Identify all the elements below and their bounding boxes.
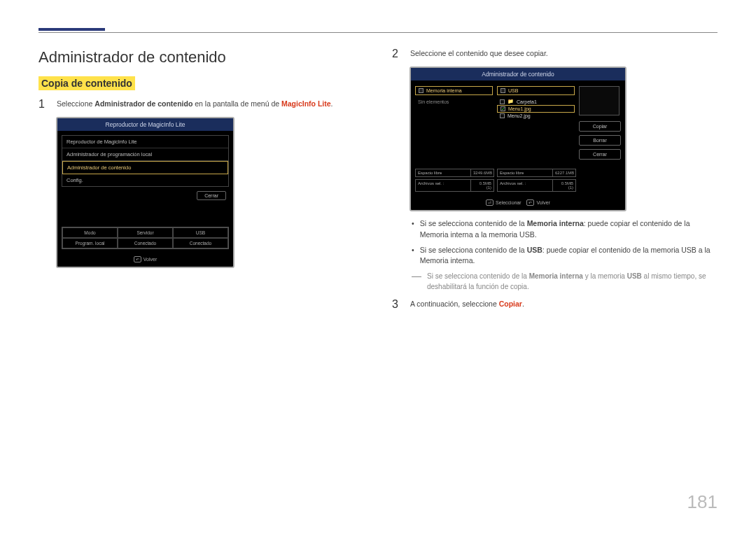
- note-pre: Si se selecciona contenido de la: [427, 272, 529, 280]
- fs-label: Espacio libre: [416, 169, 471, 176]
- step-3-number: 3: [392, 299, 400, 310]
- close-button[interactable]: Cerrar: [579, 149, 621, 160]
- note-mid1: y la memoria: [583, 272, 627, 280]
- step-3-text: A continuación, seleccione Copiar.: [410, 299, 524, 310]
- step-2-number: 2: [392, 48, 400, 59]
- dash-icon: ―: [412, 271, 421, 292]
- bullet-dot-icon: •: [412, 245, 414, 267]
- b2-pre: Si se selecciona contenido de la: [420, 246, 527, 254]
- step-1: 1 Seleccione Administrador de contenido …: [38, 99, 364, 110]
- ss2-left-empty: Sin elementos: [415, 98, 493, 106]
- ss2-right-panel-title[interactable]: USB: [497, 86, 575, 95]
- ss2-freespace-left: Espacio libre3249.6MB: [415, 169, 494, 177]
- ss2-selected-right: Archivos sel. :0.5MB (1): [497, 179, 576, 192]
- copy-button[interactable]: Copiar: [579, 121, 621, 132]
- ss2-selected-left: Archivos sel. :0.5MB (1): [415, 179, 494, 192]
- ss2-footer-return: Volver: [536, 200, 550, 205]
- b1-mid1: : puede copiar el contenido de la: [584, 219, 690, 227]
- fs-value: 3249.6MB: [471, 169, 493, 176]
- step-1-mid: en la pantalla de menú de: [192, 99, 281, 108]
- page-title: Administrador de contenido: [38, 48, 364, 66]
- ss1-status-value: Program. local: [62, 238, 118, 248]
- fs-label: Espacio libre: [498, 169, 553, 176]
- fs-value: 6227.1MB: [553, 169, 575, 176]
- ss1-footer: ↶Volver: [57, 253, 233, 267]
- b2-bold: USB: [527, 246, 542, 254]
- note-b2: USB: [627, 272, 642, 280]
- checkbox-checked-icon[interactable]: [500, 106, 505, 111]
- checkbox-icon[interactable]: [500, 113, 505, 118]
- delete-button[interactable]: Borrar: [579, 135, 621, 146]
- page-number: 181: [687, 491, 718, 513]
- ss2-file-name: Menu2.jpg: [507, 113, 531, 118]
- b1-mid2: a la memoria: [473, 230, 520, 239]
- step-2: 2 Seleccione el contenido que desee copi…: [392, 48, 718, 59]
- ss2-side-panel: Copiar Borrar Cerrar: [579, 86, 621, 163]
- ss2-file-row[interactable]: Menu2.jpg: [497, 113, 575, 119]
- folder-icon: 📁: [507, 99, 514, 104]
- fs-label: Archivos sel. :: [416, 180, 471, 191]
- ss1-menu-item[interactable]: Reproductor de MagicInfo Lite: [62, 136, 228, 148]
- step-3-end: .: [522, 300, 524, 308]
- note-disabled-copy: ― Si se selecciona contenido de la Memor…: [412, 271, 718, 292]
- ss1-close-button[interactable]: Cerrar: [197, 191, 226, 200]
- screenshot-content-manager: Administrador de contenido Memoria inter…: [410, 66, 626, 211]
- fs-label: Archivos sel. :: [498, 180, 553, 191]
- section-title: Copia de contenido: [38, 76, 135, 90]
- ss2-thumbnail: [579, 86, 620, 115]
- ss2-footer: ⏎Seleccionar ↶Volver: [411, 197, 625, 210]
- checkbox-icon[interactable]: [419, 88, 424, 93]
- ss1-menu-item-selected[interactable]: Administrador de contenido: [62, 161, 228, 174]
- b2-red1: USB: [681, 246, 696, 254]
- ss2-footer-select: Seleccionar: [496, 200, 522, 205]
- return-icon: ↶: [134, 256, 141, 262]
- b1-bold: Memoria interna: [527, 219, 584, 227]
- ss2-left-panel: Memoria interna Sin elementos: [415, 86, 493, 163]
- step-1-end: .: [331, 99, 333, 108]
- ss2-file-name: Menu1.jpg: [508, 106, 531, 111]
- ss2-file-row-selected[interactable]: Menu1.jpg: [497, 105, 575, 113]
- step-3: 3 A continuación, seleccione Copiar.: [392, 299, 718, 310]
- ss1-menu-item[interactable]: Administrador de programación local: [62, 148, 228, 161]
- fs-value: 0.5MB (1): [553, 180, 575, 191]
- note-b1: Memoria interna: [529, 272, 583, 280]
- ss2-freespace-right: Espacio libre6227.1MB: [497, 169, 576, 177]
- step-1-text: Seleccione Administrador de contenido en…: [57, 99, 333, 110]
- checkbox-icon[interactable]: [500, 88, 505, 93]
- ss1-status-header: USB: [173, 227, 228, 238]
- b1-red1: Memoria interna: [420, 230, 473, 239]
- screenshot-player-menu: Reproductor de MagicInfo Lite Reproducto…: [56, 117, 234, 268]
- header-accent-bar: [38, 28, 105, 31]
- b2-mid2: a la: [696, 246, 710, 254]
- ss1-menu-list: Reproductor de MagicInfo Lite Administra…: [62, 135, 229, 187]
- ss2-right-panel-label: USB: [508, 88, 518, 93]
- step-1-number: 1: [38, 99, 47, 110]
- return-icon: ↶: [526, 199, 534, 206]
- ss2-file-row[interactable]: 📁 Carpeta1: [497, 98, 575, 105]
- ss1-status-header: Servidor: [118, 227, 173, 238]
- ss2-left-panel-title[interactable]: Memoria interna: [415, 86, 493, 95]
- b1-end: .: [535, 230, 537, 239]
- bullet-dot-icon: •: [412, 218, 414, 241]
- ss2-titlebar: Administrador de contenido: [411, 68, 625, 80]
- ss1-status-header: Modo: [62, 227, 118, 238]
- bullet-1: • Si se selecciona contenido de la Memor…: [412, 218, 718, 241]
- b2-end: .: [473, 256, 475, 265]
- step-3-pre: A continuación, seleccione: [410, 300, 499, 308]
- ss1-titlebar: Reproductor de MagicInfo Lite: [57, 118, 233, 131]
- step-3-red: Copiar: [499, 300, 522, 308]
- b1-red2: USB: [519, 230, 535, 239]
- ss1-status-grid: Modo Servidor USB Program. local Conecta…: [62, 227, 229, 249]
- ss2-left-panel-label: Memoria interna: [426, 88, 462, 93]
- ss1-menu-item[interactable]: Config.: [62, 174, 228, 186]
- b2-red2: Memoria interna: [420, 256, 473, 265]
- header-divider: [38, 32, 718, 33]
- step-2-text: Seleccione el contenido que desee copiar…: [410, 48, 548, 59]
- ss1-status-value: Conectado: [173, 238, 228, 248]
- checkbox-icon[interactable]: [500, 99, 505, 104]
- ss2-right-panel: USB 📁 Carpeta1 Menu1.jpg: [497, 86, 575, 163]
- step-1-pre: Seleccione: [57, 99, 94, 108]
- b2-mid1: : puede copiar el contenido de la memori…: [542, 246, 681, 254]
- ss1-footer-label: Volver: [144, 257, 157, 262]
- b1-pre: Si se selecciona contenido de la: [420, 219, 527, 227]
